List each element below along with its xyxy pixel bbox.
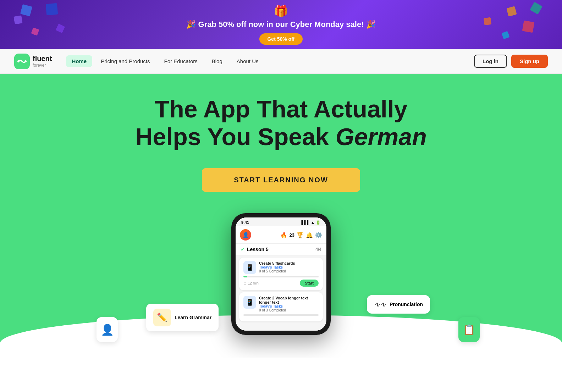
phone-status-bar: 9:41 ▌▌▌ ▲ 🔋 — [236, 217, 326, 226]
phone-screen: 9:41 ▌▌▌ ▲ 🔋 👤 🔥 23 🏆 🔔 ⚙️ — [236, 217, 326, 331]
list-sticker: 📋 — [458, 317, 480, 342]
logo-forever: forever — [33, 63, 52, 68]
main-nav: fluent forever Home Pricing and Products… — [0, 49, 562, 74]
hero-section: The App That Actually Helps You Speak Ge… — [0, 74, 562, 358]
logo-fluent: fluent — [33, 55, 52, 63]
task-1-header: 📱 Create 5 flashcards Today's Tasks 0 of… — [243, 261, 319, 274]
nav-links: Home Pricing and Products For Educators … — [66, 55, 474, 67]
start-learning-button[interactable]: START LEARNING NOW — [202, 168, 360, 192]
task-2-progress-bar — [243, 314, 319, 316]
task-1-icon: 📱 — [243, 261, 256, 274]
nav-link-about[interactable]: About Us — [231, 55, 264, 67]
task-2-label: Today's Tasks — [259, 304, 319, 308]
task-2-completed: 0 of 3 Completed — [259, 308, 319, 312]
nav-link-home[interactable]: Home — [66, 55, 92, 67]
lesson-label: Lesson 5 — [247, 247, 269, 252]
task-2-info: Create 2 Vocab longer text longer text T… — [259, 296, 319, 312]
task-1-progress-bar — [243, 276, 319, 277]
trophy-icon: 🏆 — [297, 232, 304, 238]
nav-link-pricing[interactable]: Pricing and Products — [95, 55, 155, 67]
task-2-title: Create 2 Vocab longer text longer text — [259, 296, 319, 304]
task-1-progress-fill — [243, 276, 247, 277]
nav-link-educators[interactable]: For Educators — [159, 55, 203, 67]
task-1-time: ⏱ 12 min — [243, 281, 259, 285]
login-button[interactable]: Log in — [474, 55, 507, 68]
task-1-title: Create 5 flashcards — [259, 261, 319, 265]
phone-mockup: 9:41 ▌▌▌ ▲ 🔋 👤 🔥 23 🏆 🔔 ⚙️ — [231, 213, 331, 335]
pronunciation-sticker: ∿∿ Pronunciation — [367, 295, 430, 314]
bell-icon: 🔔 — [306, 232, 313, 238]
grammar-sticker: ✏️ Learn Grammar — [146, 304, 219, 331]
user-avatar: 👤 — [240, 229, 251, 241]
person-sticker: 👤 — [97, 317, 118, 342]
task-card-1: 📱 Create 5 flashcards Today's Tasks 0 of… — [239, 258, 323, 290]
task-2-header: 📱 Create 2 Vocab longer text longer text… — [243, 296, 319, 312]
phone-header-icons: 🔥 23 🏆 🔔 ⚙️ — [280, 232, 322, 238]
task-1-start-button[interactable]: Start — [300, 280, 319, 287]
promo-banner: 🎁 🎉 Grab 50% off now in our Cyber Monday… — [0, 0, 562, 49]
gear-icon: ⚙️ — [315, 232, 322, 238]
logo-text: fluent forever — [33, 55, 52, 68]
lesson-check-icon: ✓ — [241, 247, 245, 252]
task-card-2: 📱 Create 2 Vocab longer text longer text… — [239, 292, 323, 321]
banner-promo-text: 🎉 Grab 50% off now in our Cyber Monday s… — [186, 20, 375, 29]
nav-link-blog[interactable]: Blog — [206, 55, 228, 67]
nav-actions: Log in Sign up — [474, 55, 548, 68]
banner-gift-icon: 🎁 — [274, 4, 288, 18]
svg-point-0 — [17, 60, 20, 62]
logo-link[interactable]: fluent forever — [14, 54, 52, 69]
phone-app-header: 👤 🔥 23 🏆 🔔 ⚙️ — [236, 226, 326, 244]
lesson-count: 4/4 — [315, 247, 321, 252]
svg-point-1 — [24, 60, 27, 62]
hero-title: The App That Actually Helps You Speak Ge… — [135, 95, 426, 150]
task-2-icon: 📱 — [243, 296, 256, 309]
lesson-header: ✓Lesson 5 4/4 — [236, 244, 326, 255]
banner-cta-button[interactable]: Get 50% off — [259, 33, 302, 45]
grammar-label: Learn Grammar — [175, 315, 211, 320]
fire-icon: 🔥 — [280, 232, 287, 238]
task-1-completed: 0 of 5 Completed — [259, 269, 319, 273]
phone-signal: ▌▌▌ ▲ 🔋 — [302, 220, 321, 225]
phone-time: 9:41 — [241, 220, 249, 225]
pronunciation-label: Pronunciation — [390, 302, 423, 307]
task-1-label: Today's Tasks — [259, 265, 319, 269]
logo-icon — [14, 54, 30, 69]
task-1-info: Create 5 flashcards Today's Tasks 0 of 5… — [259, 261, 319, 273]
streak-count: 23 — [290, 232, 294, 238]
task-1-footer: ⏱ 12 min Start — [243, 280, 319, 287]
signup-button[interactable]: Sign up — [511, 55, 548, 68]
phone-area: ✏️ Learn Grammar ∿∿ Pronunciation 👤 📋 9:… — [7, 213, 555, 335]
